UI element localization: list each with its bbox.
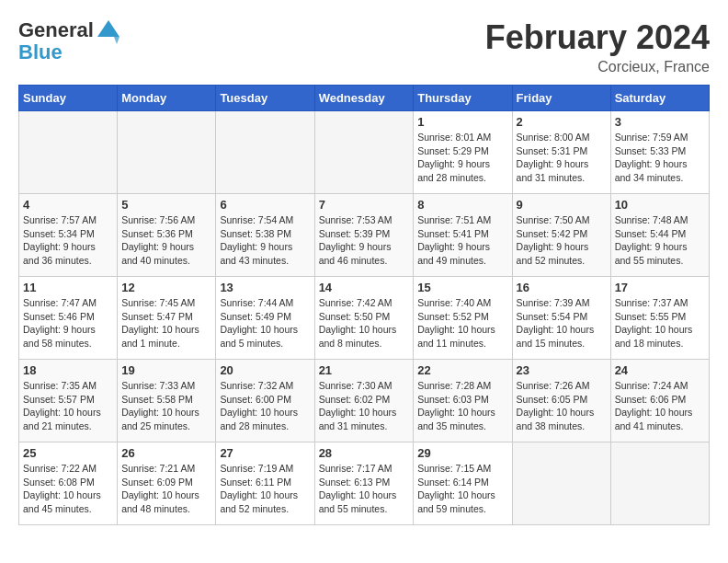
day-info: Sunrise: 7:33 AMSunset: 5:58 PMDaylight:… (121, 379, 211, 433)
day-number: 24 (615, 363, 705, 377)
weekday-header-row: SundayMondayTuesdayWednesdayThursdayFrid… (19, 86, 710, 111)
day-info: Sunrise: 7:56 AMSunset: 5:36 PMDaylight:… (121, 213, 211, 268)
calendar-cell: 27Sunrise: 7:19 AMSunset: 6:11 PMDayligh… (216, 442, 314, 525)
calendar-cell: 17Sunrise: 7:37 AMSunset: 5:55 PMDayligh… (610, 277, 709, 360)
logo-icon (96, 18, 121, 44)
day-info: Sunrise: 8:00 AMSunset: 5:31 PMDaylight:… (517, 131, 607, 185)
calendar-cell: 18Sunrise: 7:35 AMSunset: 5:57 PMDayligh… (19, 360, 118, 442)
day-number: 8 (417, 198, 507, 212)
calendar-cell (118, 111, 216, 194)
day-number: 22 (417, 363, 507, 377)
week-row-0: 1Sunrise: 8:01 AMSunset: 5:29 PMDaylight… (19, 111, 710, 194)
day-number: 14 (319, 281, 410, 294)
day-number: 11 (23, 281, 113, 294)
day-number: 29 (417, 446, 507, 460)
week-row-4: 25Sunrise: 7:22 AMSunset: 6:08 PMDayligh… (19, 442, 710, 525)
calendar-cell (216, 111, 314, 194)
day-info: Sunrise: 7:24 AMSunset: 6:06 PMDaylight:… (615, 379, 705, 433)
calendar-cell: 23Sunrise: 7:26 AMSunset: 6:05 PMDayligh… (512, 360, 610, 442)
calendar-cell: 5Sunrise: 7:56 AMSunset: 5:36 PMDaylight… (118, 194, 216, 277)
calendar-cell: 7Sunrise: 7:53 AMSunset: 5:39 PMDaylight… (314, 194, 414, 277)
calendar-cell: 26Sunrise: 7:21 AMSunset: 6:09 PMDayligh… (118, 442, 216, 525)
weekday-header-sunday: Sunday (19, 86, 118, 111)
day-info: Sunrise: 7:15 AMSunset: 6:14 PMDaylight:… (417, 462, 507, 516)
weekday-header-wednesday: Wednesday (314, 86, 414, 111)
day-number: 6 (220, 198, 310, 212)
calendar-cell (512, 442, 610, 525)
day-info: Sunrise: 7:17 AMSunset: 6:13 PMDaylight:… (319, 462, 410, 516)
calendar-cell: 1Sunrise: 8:01 AMSunset: 5:29 PMDaylight… (414, 111, 512, 194)
calendar-cell: 29Sunrise: 7:15 AMSunset: 6:14 PMDayligh… (414, 442, 512, 525)
calendar-cell: 11Sunrise: 7:47 AMSunset: 5:46 PMDayligh… (19, 277, 118, 360)
svg-marker-1 (114, 37, 119, 44)
calendar-cell: 14Sunrise: 7:42 AMSunset: 5:50 PMDayligh… (314, 277, 414, 360)
day-number: 5 (121, 198, 211, 212)
day-info: Sunrise: 7:32 AMSunset: 6:00 PMDaylight:… (220, 379, 310, 433)
week-row-1: 4Sunrise: 7:57 AMSunset: 5:34 PMDaylight… (19, 194, 710, 277)
calendar-cell: 24Sunrise: 7:24 AMSunset: 6:06 PMDayligh… (610, 360, 709, 442)
day-info: Sunrise: 8:01 AMSunset: 5:29 PMDaylight:… (417, 131, 507, 185)
day-number: 4 (23, 198, 113, 212)
day-info: Sunrise: 7:21 AMSunset: 6:09 PMDaylight:… (121, 462, 211, 516)
header: General Blue February 2024 Corcieux, Fra… (18, 18, 710, 75)
day-info: Sunrise: 7:30 AMSunset: 6:02 PMDaylight:… (319, 379, 410, 433)
calendar-cell: 21Sunrise: 7:30 AMSunset: 6:02 PMDayligh… (314, 360, 414, 442)
calendar-cell: 10Sunrise: 7:48 AMSunset: 5:44 PMDayligh… (610, 194, 709, 277)
day-info: Sunrise: 7:53 AMSunset: 5:39 PMDaylight:… (319, 213, 410, 268)
weekday-header-thursday: Thursday (414, 86, 512, 111)
day-info: Sunrise: 7:48 AMSunset: 5:44 PMDaylight:… (615, 213, 705, 268)
day-number: 28 (319, 446, 410, 460)
day-info: Sunrise: 7:35 AMSunset: 5:57 PMDaylight:… (23, 379, 113, 433)
calendar-cell (610, 442, 709, 525)
calendar-cell: 6Sunrise: 7:54 AMSunset: 5:38 PMDaylight… (216, 194, 314, 277)
day-number: 10 (615, 198, 705, 212)
day-info: Sunrise: 7:28 AMSunset: 6:03 PMDaylight:… (417, 379, 507, 433)
day-info: Sunrise: 7:40 AMSunset: 5:52 PMDaylight:… (417, 296, 507, 350)
day-number: 26 (121, 446, 211, 460)
weekday-header-friday: Friday (512, 86, 610, 111)
day-number: 13 (220, 281, 310, 294)
day-number: 27 (220, 446, 310, 460)
day-info: Sunrise: 7:57 AMSunset: 5:34 PMDaylight:… (23, 213, 113, 268)
day-info: Sunrise: 7:45 AMSunset: 5:47 PMDaylight:… (121, 296, 211, 350)
calendar-cell: 20Sunrise: 7:32 AMSunset: 6:00 PMDayligh… (216, 360, 314, 442)
day-number: 20 (220, 363, 310, 377)
calendar-cell (314, 111, 414, 194)
calendar-cell: 19Sunrise: 7:33 AMSunset: 5:58 PMDayligh… (118, 360, 216, 442)
day-number: 18 (23, 363, 113, 377)
day-number: 7 (319, 198, 410, 212)
day-number: 15 (417, 281, 507, 294)
day-number: 12 (121, 281, 211, 294)
day-number: 3 (615, 115, 705, 129)
calendar-cell: 3Sunrise: 7:59 AMSunset: 5:33 PMDaylight… (610, 111, 709, 194)
day-number: 17 (615, 281, 705, 294)
month-title: February 2024 (485, 18, 710, 57)
week-row-2: 11Sunrise: 7:47 AMSunset: 5:46 PMDayligh… (19, 277, 710, 360)
calendar-cell: 2Sunrise: 8:00 AMSunset: 5:31 PMDaylight… (512, 111, 610, 194)
day-info: Sunrise: 7:26 AMSunset: 6:05 PMDaylight:… (517, 379, 607, 433)
calendar-cell: 25Sunrise: 7:22 AMSunset: 6:08 PMDayligh… (19, 442, 118, 525)
calendar-cell: 16Sunrise: 7:39 AMSunset: 5:54 PMDayligh… (512, 277, 610, 360)
calendar-cell: 4Sunrise: 7:57 AMSunset: 5:34 PMDaylight… (19, 194, 118, 277)
day-number: 19 (121, 363, 211, 377)
calendar-cell: 12Sunrise: 7:45 AMSunset: 5:47 PMDayligh… (118, 277, 216, 360)
day-info: Sunrise: 7:39 AMSunset: 5:54 PMDaylight:… (517, 296, 607, 350)
day-info: Sunrise: 7:42 AMSunset: 5:50 PMDaylight:… (319, 296, 410, 350)
calendar-cell: 8Sunrise: 7:51 AMSunset: 5:41 PMDaylight… (414, 194, 512, 277)
weekday-header-saturday: Saturday (610, 86, 709, 111)
week-row-3: 18Sunrise: 7:35 AMSunset: 5:57 PMDayligh… (19, 360, 710, 442)
day-info: Sunrise: 7:51 AMSunset: 5:41 PMDaylight:… (417, 213, 507, 268)
day-number: 21 (319, 363, 410, 377)
day-number: 1 (417, 115, 507, 129)
title-section: February 2024 Corcieux, France (485, 18, 710, 75)
day-number: 16 (517, 281, 607, 294)
day-info: Sunrise: 7:50 AMSunset: 5:42 PMDaylight:… (517, 213, 607, 268)
day-info: Sunrise: 7:37 AMSunset: 5:55 PMDaylight:… (615, 296, 705, 350)
calendar-cell: 13Sunrise: 7:44 AMSunset: 5:49 PMDayligh… (216, 277, 314, 360)
calendar-cell: 22Sunrise: 7:28 AMSunset: 6:03 PMDayligh… (414, 360, 512, 442)
day-info: Sunrise: 7:59 AMSunset: 5:33 PMDaylight:… (615, 131, 705, 185)
day-number: 2 (517, 115, 607, 129)
location: Corcieux, France (485, 59, 710, 75)
day-info: Sunrise: 7:54 AMSunset: 5:38 PMDaylight:… (220, 213, 310, 268)
day-info: Sunrise: 7:19 AMSunset: 6:11 PMDaylight:… (220, 462, 310, 516)
